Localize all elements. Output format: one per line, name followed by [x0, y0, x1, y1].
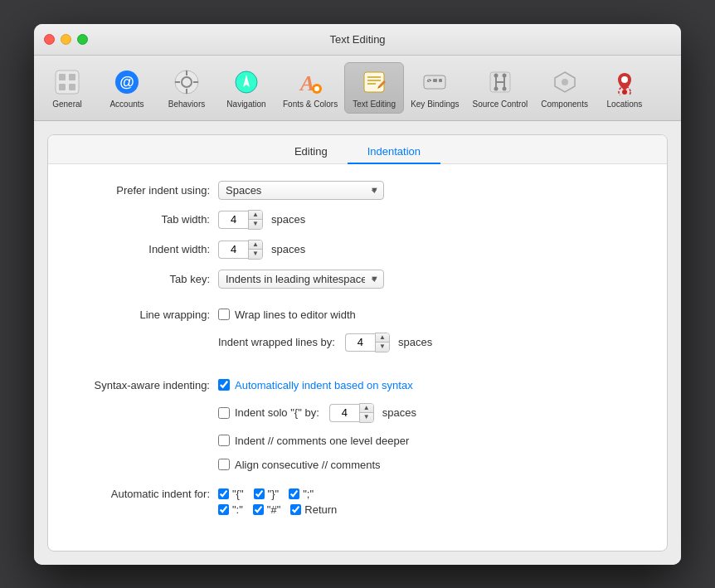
tab-width-up[interactable]: ▲ — [249, 211, 262, 220]
auto-indent-checkbox[interactable] — [218, 379, 230, 391]
svg-rect-24 — [433, 79, 437, 82]
auto-indent-for-row: Automatic indent for: "{" "}" — [81, 488, 634, 516]
tab-width-input[interactable] — [218, 211, 248, 229]
indent-solo-down[interactable]: ▼ — [360, 413, 373, 422]
indent-solo-stepper-buttons: ▲ ▼ — [359, 403, 374, 423]
semicolon-checkbox[interactable] — [289, 488, 299, 499]
toolbar-item-general[interactable]: General — [37, 63, 97, 113]
semicolon-label: ";" — [303, 488, 314, 500]
auto-indent-hash: "#" — [253, 503, 280, 516]
indent-comments-label: Indent // comments one level deeper — [235, 435, 409, 447]
toolbar-item-accounts[interactable]: @ Accounts — [97, 63, 157, 113]
maximize-button[interactable] — [77, 34, 88, 45]
colon-checkbox[interactable] — [218, 504, 229, 515]
tab-indentation[interactable]: Indentation — [348, 140, 440, 164]
indent-wrapped-unit: spaces — [398, 336, 432, 348]
auto-indent-semicolon: ";" — [289, 488, 314, 500]
indent-wrapped-down[interactable]: ▼ — [376, 343, 389, 352]
prefer-indent-select[interactable]: Spaces Tabs — [218, 181, 384, 200]
syntax-aware-label: Syntax-aware indenting: — [81, 379, 218, 391]
toolbar-item-locations[interactable]: Locations — [595, 63, 654, 113]
toolbar-item-components[interactable]: Components — [534, 63, 595, 113]
indent-wrapped-up[interactable]: ▲ — [376, 333, 389, 343]
window-title: Text Editing — [329, 33, 385, 46]
wrap-lines-label: Wrap lines to editor width — [235, 309, 356, 321]
brace-open-label: "{" — [232, 488, 244, 500]
brace-open-checkbox[interactable] — [218, 488, 229, 499]
indent-solo-input[interactable] — [329, 404, 359, 422]
content-area: Editing Indentation Prefer indent using:… — [34, 121, 681, 565]
indent-solo-checkbox[interactable] — [218, 407, 230, 419]
indent-width-input[interactable] — [218, 241, 248, 259]
locations-label: Locations — [607, 100, 643, 109]
svg-point-31 — [494, 73, 498, 77]
text-editing-label: Text Editing — [353, 100, 396, 109]
minimize-button[interactable] — [61, 34, 71, 45]
svg-point-32 — [494, 86, 498, 90]
traffic-lights — [44, 34, 88, 45]
general-label: General — [52, 100, 82, 109]
indent-wrapped-stepper-buttons: ▲ ▼ — [375, 333, 390, 352]
components-icon — [549, 66, 581, 98]
indent-solo-row: Indent solo "{" by: ▲ ▼ spaces — [218, 403, 416, 423]
colon-label: ":" — [232, 503, 243, 516]
tab-width-row: Tab width: ▲ ▼ spaces — [81, 210, 634, 230]
wrap-lines-row: Wrap lines to editor width — [218, 309, 432, 321]
toolbar-item-navigation[interactable]: Navigation — [216, 63, 276, 113]
fonts-colors-label: Fonts & Colors — [283, 100, 338, 109]
return-checkbox[interactable] — [290, 504, 301, 515]
prefer-indent-label: Prefer indent using: — [81, 184, 218, 197]
indent-width-unit: spaces — [271, 243, 305, 255]
indent-solo-stepper: ▲ ▼ — [329, 403, 374, 423]
main-window: Text Editing General @ — [34, 24, 681, 565]
close-button[interactable] — [44, 34, 55, 45]
toolbar-item-key-bindings[interactable]: ⌥ Key Bindings — [404, 63, 465, 113]
hash-checkbox[interactable] — [253, 504, 264, 515]
tab-width-down[interactable]: ▼ — [249, 220, 262, 229]
components-label: Components — [541, 100, 588, 109]
indent-wrapped-stepper: ▲ ▼ — [345, 333, 390, 352]
tab-width-stepper: ▲ ▼ — [218, 210, 263, 230]
svg-text:A: A — [299, 71, 314, 95]
auto-indent-for-label: Automatic indent for: — [81, 488, 218, 500]
indent-width-controls: ▲ ▼ spaces — [218, 240, 305, 260]
auto-indent-brace-close: "}" — [254, 488, 280, 500]
indent-comments-checkbox[interactable] — [218, 435, 230, 446]
indent-width-down[interactable]: ▼ — [249, 250, 262, 259]
tab-width-unit: spaces — [271, 213, 305, 226]
auto-indent-row: Automatically indent based on syntax — [218, 379, 416, 391]
key-bindings-label: Key Bindings — [411, 100, 459, 109]
toolbar-item-source-control[interactable]: Source Control — [466, 63, 535, 113]
toolbar-item-fonts-colors[interactable]: A Fonts & Colors — [276, 63, 344, 113]
align-comments-checkbox[interactable] — [218, 459, 230, 470]
navigation-label: Navigation — [226, 100, 265, 109]
svg-rect-0 — [56, 70, 79, 94]
indent-solo-up[interactable]: ▲ — [360, 404, 373, 413]
auto-indent-label: Automatically indent based on syntax — [235, 379, 413, 391]
tab-bar: Editing Indentation — [48, 135, 667, 164]
indent-width-stepper-buttons: ▲ ▼ — [248, 240, 263, 260]
settings-panel: Editing Indentation Prefer indent using:… — [47, 134, 668, 552]
behaviors-label: Behaviors — [168, 100, 205, 109]
toolbar-item-behaviors[interactable]: Behaviors — [157, 63, 216, 113]
auto-indent-colon: ":" — [218, 503, 243, 516]
brace-close-checkbox[interactable] — [254, 488, 265, 499]
navigation-icon — [231, 66, 262, 98]
svg-point-34 — [502, 86, 506, 90]
auto-indent-brace-open: "{" — [218, 488, 244, 500]
tab-width-label: Tab width: — [81, 213, 218, 226]
indent-width-up[interactable]: ▲ — [249, 241, 262, 250]
indent-solo-unit: spaces — [382, 406, 416, 419]
tab-key-select[interactable]: Indents in leading whitespace Always ind… — [218, 270, 384, 289]
tab-editing[interactable]: Editing — [275, 140, 348, 164]
indent-wrapped-input[interactable] — [345, 333, 375, 352]
align-comments-row: Align consecutive // comments — [218, 459, 416, 471]
brace-close-label: "}" — [268, 488, 280, 500]
tab-key-controls: Indents in leading whitespace Always ind… — [218, 270, 384, 289]
wrap-lines-checkbox[interactable] — [218, 309, 230, 320]
accounts-icon: @ — [111, 66, 143, 98]
toolbar-item-text-editing[interactable]: Text Editing — [344, 62, 404, 114]
svg-point-33 — [502, 73, 506, 77]
align-comments-label: Align consecutive // comments — [235, 459, 381, 471]
return-label: Return — [304, 503, 337, 516]
